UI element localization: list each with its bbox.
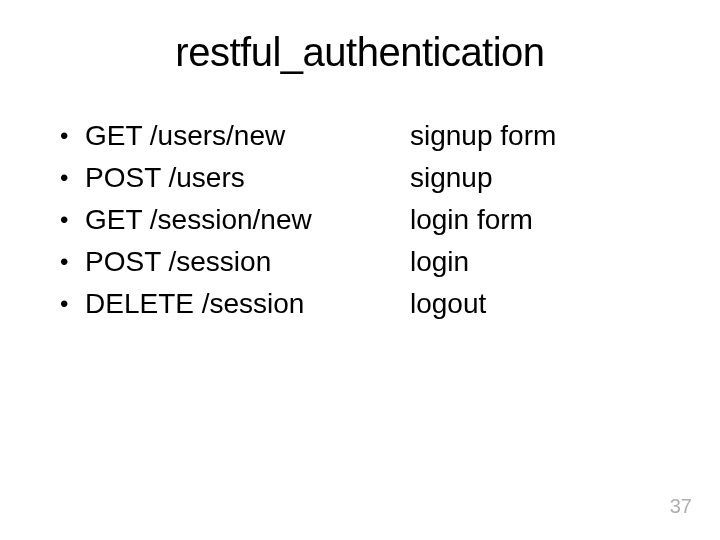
list-item: DELETE /session <box>60 283 390 325</box>
descriptions-column: signup form signup login form login logo… <box>390 115 556 325</box>
list-item: POST /users <box>60 157 390 199</box>
content-area: GET /users/new POST /users GET /session/… <box>50 115 670 325</box>
description-text: signup <box>410 157 556 199</box>
routes-column: GET /users/new POST /users GET /session/… <box>50 115 390 325</box>
description-text: signup form <box>410 115 556 157</box>
route-text: POST /session <box>85 241 271 283</box>
list-item: GET /users/new <box>60 115 390 157</box>
route-text: GET /session/new <box>85 199 312 241</box>
slide-title: restful_authentication <box>50 30 670 75</box>
slide-container: restful_authentication GET /users/new PO… <box>0 0 720 540</box>
page-number: 37 <box>670 495 692 518</box>
route-text: DELETE /session <box>85 283 304 325</box>
routes-list: GET /users/new POST /users GET /session/… <box>60 115 390 325</box>
route-text: POST /users <box>85 157 245 199</box>
route-text: GET /users/new <box>85 115 285 157</box>
description-text: logout <box>410 283 556 325</box>
list-item: POST /session <box>60 241 390 283</box>
description-text: login <box>410 241 556 283</box>
list-item: GET /session/new <box>60 199 390 241</box>
description-text: login form <box>410 199 556 241</box>
